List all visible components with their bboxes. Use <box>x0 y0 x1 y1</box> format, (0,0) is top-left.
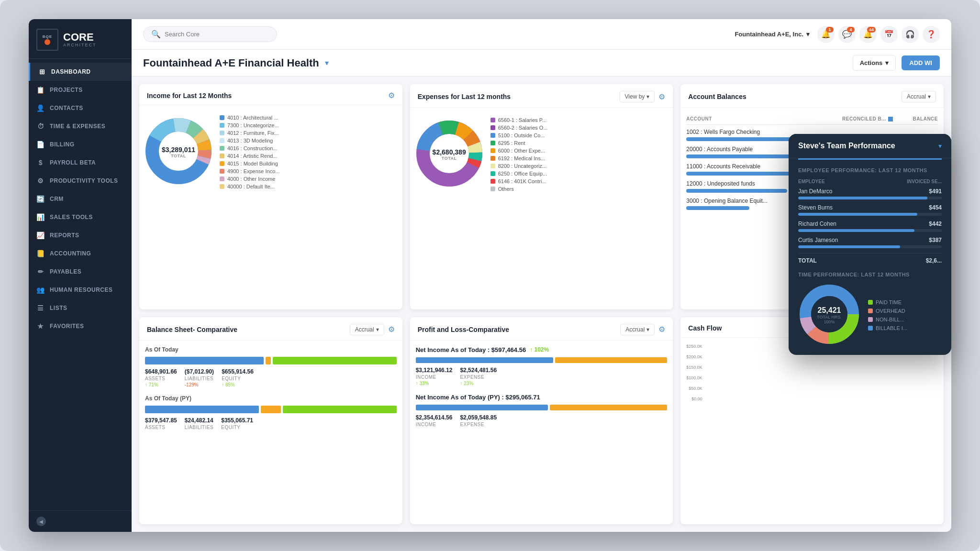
team-panel-title: Steve's Team Performance <box>798 142 938 150</box>
expenses-total-amount: $2,680,389 <box>433 148 466 156</box>
sidebar-item-productivity[interactable]: ⚙ PRODUCTIVITY TOOLS <box>29 172 132 190</box>
income-settings-icon[interactable]: ⚙ <box>388 91 395 100</box>
calendar-button[interactable]: 📅 <box>880 26 898 43</box>
expenses-settings-icon[interactable]: ⚙ <box>658 92 665 101</box>
team-donut-center: 25,421 TOTAL HRS. 100% <box>817 306 842 324</box>
messages-button[interactable]: 💬 4 <box>838 26 856 43</box>
expenses-widget-title: Expenses for Last 12 months <box>418 93 616 100</box>
crm-icon: 🔄 <box>36 195 45 203</box>
team-time-donut: 25,421 TOTAL HRS. 100% <box>798 283 860 347</box>
page-title-chevron-icon[interactable]: ▾ <box>325 58 329 67</box>
lists-icon: ☰ <box>36 304 45 312</box>
py-liabilities-bar <box>261 406 280 413</box>
sidebar-item-lists[interactable]: ☰ LISTS <box>29 299 132 317</box>
legend-item: 4014 : Artistic Rend... <box>220 153 279 159</box>
sidebar-item-sales[interactable]: 📊 SALES TOOLS <box>29 208 132 226</box>
py-equity-bar <box>283 406 397 413</box>
billing-icon: 📄 <box>36 140 45 149</box>
sidebar-item-crm[interactable]: 🔄 CRM <box>29 190 132 208</box>
legend-item: 4900 : Expense Inco... <box>220 168 279 174</box>
balance-py-stats: $379,547.85 ASSETS $24,482.14 LIABILITIE… <box>145 417 397 430</box>
balance-sheet-widget: Balance Sheet- Comparative Accrual ▾ ⚙ A… <box>139 317 402 525</box>
team-employee-row: Richard Cohen $442 <box>798 220 942 232</box>
balance-sheet-dropdown[interactable]: Accrual ▾ <box>350 324 384 335</box>
liabilities-stat: ($7,012.90) LIABILITIES -129% <box>185 368 214 387</box>
profit-loss-settings-icon[interactable]: ⚙ <box>658 325 665 334</box>
sidebar-item-projects[interactable]: 📋 PROJECTS <box>29 81 132 99</box>
company-chevron-icon: ▾ <box>806 31 810 38</box>
notifications-button[interactable]: 🔔 44 <box>859 26 877 43</box>
account-dropdown[interactable]: Accrual ▾ <box>902 91 936 102</box>
profit-loss-dropdown[interactable]: Accrual ▾ <box>620 324 655 335</box>
pnl-py-income-bar <box>416 405 548 410</box>
sidebar-item-dashboard[interactable]: ⊞ DASHBOARD <box>29 63 132 81</box>
pnl-today-bars <box>416 357 668 363</box>
team-panel-header: Steve's Team Performance ▾ <box>789 134 951 158</box>
expenses-total-label: TOTAL <box>433 156 466 161</box>
sidebar-item-favorites[interactable]: ★ FAVORITES <box>29 317 132 335</box>
alerts-badge: 1 <box>826 27 834 33</box>
reports-icon: 📈 <box>36 231 45 240</box>
sidebar-item-reports[interactable]: 📈 REPORTS <box>29 226 132 244</box>
search-input[interactable] <box>165 31 269 38</box>
income-widget: Income for Last 12 Months ⚙ <box>139 84 402 309</box>
team-legend-item: OVERHEAD <box>868 308 907 314</box>
expenses-widget-header: Expenses for Last 12 months View by ▾ ⚙ <box>410 84 673 108</box>
team-time-legend: PAID TIME OVERHEAD NON-BILL... BILL <box>868 299 907 331</box>
legend-item: 4015 : Model Building <box>220 161 279 166</box>
logo: BQE CORE ARCHITECT <box>29 19 132 59</box>
sidebar-nav: ⊞ DASHBOARD 📋 PROJECTS 👤 CONTACTS ⏱ TIME… <box>29 59 132 510</box>
expenses-donut-center: $2,680,389 TOTAL <box>433 148 466 161</box>
sidebar-item-contacts[interactable]: 👤 CONTACTS <box>29 99 132 117</box>
legend-dot <box>220 146 224 151</box>
sidebar-item-billing[interactable]: 📄 BILLING <box>29 135 132 154</box>
pnl-py-net: Net Income As of Today (PY) : $295,065.7… <box>416 394 668 401</box>
favorites-icon: ★ <box>36 322 45 331</box>
add-widget-button[interactable]: ADD WI <box>902 55 940 70</box>
legend-dot <box>220 154 224 158</box>
sidebar-item-time-expenses[interactable]: ⏱ TIME & EXPENSES <box>29 117 132 135</box>
legend-item: 6000 : Other Expe... <box>490 148 548 154</box>
pnl-today-stats: $3,121,946.12 INCOME ↑ 33% $2,524,481.56… <box>416 367 668 386</box>
team-row-info: Curtis Jameson $387 <box>798 237 942 243</box>
legend-dot <box>490 141 495 145</box>
account-dropdown-chevron-icon: ▾ <box>928 93 931 100</box>
projects-icon: 📋 <box>36 86 45 94</box>
team-legend-dot <box>868 300 873 305</box>
actions-chevron-icon: ▾ <box>885 59 889 66</box>
help-button[interactable]: ❓ <box>923 26 940 43</box>
expenses-widget: Expenses for Last 12 months View by ▾ ⚙ <box>410 84 673 309</box>
pnl-py-stats: $2,354,614.56 INCOME $2,059,548.85 EXPEN… <box>416 414 668 427</box>
sidebar-item-accounting[interactable]: 📒 ACCOUNTING <box>29 244 132 263</box>
team-time-section-title: Time Performance: LAST 12 MONTHS <box>798 272 942 277</box>
payroll-icon: $ <box>36 158 45 167</box>
actions-button[interactable]: Actions ▾ <box>853 55 896 71</box>
headset-button[interactable]: 🎧 <box>902 26 919 43</box>
team-panel-chevron-icon[interactable]: ▾ <box>938 142 942 150</box>
search-box[interactable]: 🔍 <box>143 26 277 42</box>
sidebar-item-payroll[interactable]: $ PAYROLL BETA <box>29 154 132 172</box>
legend-dot <box>490 125 495 130</box>
view-by-dropdown[interactable]: View by ▾ <box>620 91 655 102</box>
sidebar-item-payables[interactable]: ✏ PAYABLES <box>29 263 132 281</box>
sales-icon: 📊 <box>36 213 45 221</box>
legend-item: 4010 : Architectural ... <box>220 115 279 121</box>
legend-item: 6192 : Medical Ins... <box>490 155 548 161</box>
expenses-widget-body: $2,680,389 TOTAL 6560-1 : Salaries P... <box>410 108 673 309</box>
legend-dot <box>490 118 495 122</box>
balance-sheet-settings-icon[interactable]: ⚙ <box>388 325 395 334</box>
legend-dot <box>220 131 224 135</box>
legend-item: 6146 : 401K Contri... <box>490 178 548 184</box>
sidebar-item-hr[interactable]: 👥 HUMAN RESOURCES <box>29 281 132 299</box>
alerts-button[interactable]: 🔔 1 <box>817 26 835 43</box>
legend-dot <box>490 156 495 161</box>
legend-dot <box>220 138 224 143</box>
collapse-button[interactable]: ◀ <box>36 517 46 526</box>
reconciled-indicator <box>888 117 893 121</box>
cash-flow-bars <box>706 344 738 401</box>
team-employee-row: Curtis Jameson $387 <box>798 237 942 248</box>
legend-dot <box>220 123 224 128</box>
view-by-chevron-icon: ▾ <box>646 93 649 100</box>
company-selector[interactable]: Fountainhead A+E, Inc. ▾ <box>735 31 810 38</box>
sidebar: BQE CORE ARCHITECT ⊞ DASHBOARD 📋 PROJECT… <box>29 19 132 532</box>
